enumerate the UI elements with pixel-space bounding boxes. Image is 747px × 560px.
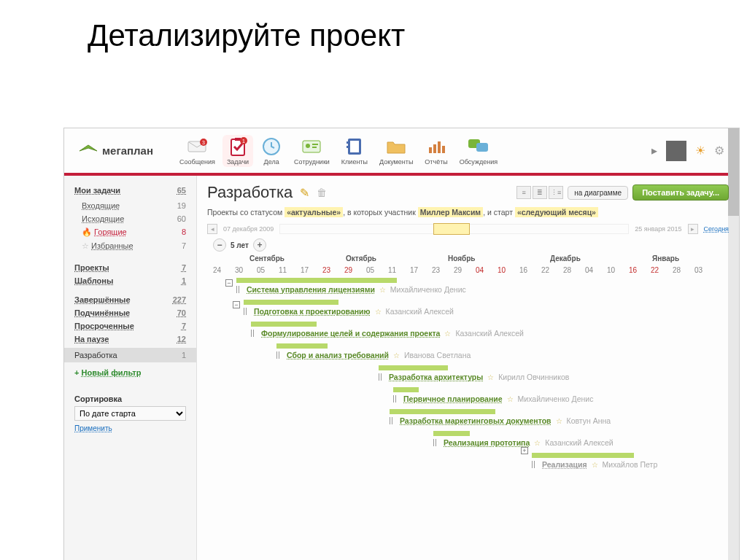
sidebar-paused[interactable]: На паузе12: [74, 335, 186, 343]
new-task-button[interactable]: Поставить задачу...: [632, 184, 729, 201]
task-title-link[interactable]: Система управления лицензиями: [247, 285, 375, 294]
gantt-bar[interactable]: [244, 300, 338, 305]
sidebar-outbox[interactable]: Исходящие60: [74, 212, 186, 225]
gantt-bar[interactable]: [393, 387, 419, 392]
star-icon[interactable]: ☆: [487, 373, 494, 381]
star-icon[interactable]: ☆: [592, 461, 598, 469]
star-icon[interactable]: ☆: [556, 417, 562, 425]
zoom-out-button[interactable]: −: [213, 238, 226, 252]
sort-select[interactable]: По дате старта: [74, 406, 186, 421]
expand-toggle[interactable]: −: [225, 279, 233, 287]
timeline-handle[interactable]: [433, 223, 470, 235]
calendar-header: СентябрьОктябрьНоябрьДекабрьЯнварь243005…: [207, 254, 729, 278]
gantt-task[interactable]: Реализация прототипа☆Казанский Алексей: [433, 438, 614, 447]
month-label: Сентябрь: [249, 254, 285, 262]
apply-link[interactable]: Применить: [74, 424, 112, 432]
sidebar-overdue[interactable]: Просроченные7: [74, 322, 186, 330]
trash-icon[interactable]: 🗑: [317, 187, 327, 198]
drag-handle-icon[interactable]: [433, 439, 439, 446]
expand-toggle[interactable]: +: [521, 447, 528, 454]
sidebar-dev-selected[interactable]: Разработка1: [64, 348, 196, 362]
sidebar-projects[interactable]: Проекты7: [74, 263, 186, 272]
gantt-task[interactable]: Разработка маркетинговых документов☆Ковт…: [390, 416, 611, 425]
topbar: мегаплан 3Сообщения 1Задачи Дела Сотрудн…: [64, 128, 739, 176]
pencil-icon[interactable]: ✎: [300, 186, 309, 200]
nav-clients[interactable]: Клиенты: [337, 135, 372, 167]
task-title-link[interactable]: Первичное планирование: [403, 394, 503, 403]
star-icon[interactable]: ☆: [444, 330, 451, 338]
view-compact-icon[interactable]: ≣: [533, 186, 547, 199]
sidebar-hot[interactable]: 🔥 Горящие8: [74, 225, 186, 239]
drag-handle-icon[interactable]: [379, 373, 384, 381]
drag-handle-icon[interactable]: [236, 286, 242, 293]
sort-label: Сортировка: [74, 394, 186, 403]
sidebar-templates[interactable]: Шаблоны1: [74, 276, 186, 285]
drag-handle-icon[interactable]: [390, 417, 395, 424]
gantt-task[interactable]: Реализация☆Михайлов Петр: [532, 460, 657, 469]
gantt-bar[interactable]: [276, 343, 328, 349]
star-icon[interactable]: ☆: [507, 395, 514, 403]
view-list-icon[interactable]: ≡: [516, 186, 531, 199]
star-icon[interactable]: ☆: [379, 286, 386, 294]
sidebar-done[interactable]: Завершённые227: [74, 295, 186, 304]
day-label: 22: [541, 266, 549, 274]
drag-handle-icon[interactable]: [393, 395, 399, 402]
drag-handle-icon[interactable]: [276, 351, 282, 359]
gantt-task[interactable]: Разработка архитектуры☆Кирилл Овчинников: [379, 373, 569, 381]
gantt-bar[interactable]: [251, 322, 317, 327]
timeline-prev[interactable]: ◂: [207, 224, 217, 234]
drag-handle-icon[interactable]: [251, 330, 257, 337]
gantt-task[interactable]: Сбор и анализ требований☆Иванова Светлан…: [276, 351, 471, 359]
gantt-task[interactable]: Подготовка к проектированию☆Казанский Ал…: [244, 307, 454, 316]
task-assignee: Казанский Алексей: [455, 329, 523, 338]
gantt-task[interactable]: Первичное планирование☆Михайличенко Дени…: [393, 394, 593, 403]
gantt-bar[interactable]: [532, 453, 634, 458]
sidebar-favorites[interactable]: ☆ Избранные7: [74, 239, 186, 253]
sun-icon[interactable]: ☀: [695, 144, 705, 158]
nav-messages[interactable]: 3Сообщения: [175, 135, 220, 167]
diagram-button[interactable]: на диаграмме: [568, 186, 628, 200]
nav-discussions[interactable]: Обсуждения: [455, 135, 502, 167]
view-tree-icon[interactable]: ⋮≡: [549, 186, 563, 199]
timeline-next[interactable]: ▸: [688, 224, 698, 234]
gantt-task[interactable]: Система управления лицензиями☆Михайличен…: [236, 285, 466, 294]
chevron-right-icon[interactable]: ▸: [651, 144, 657, 158]
avatar[interactable]: [666, 141, 686, 161]
day-label: 23: [432, 266, 440, 274]
task-title-link[interactable]: Сбор и анализ требований: [287, 351, 389, 359]
gantt-bar[interactable]: [379, 365, 448, 370]
task-title-link[interactable]: Формулирование целей и содержания проект…: [261, 329, 440, 338]
timeline-range[interactable]: [279, 224, 629, 234]
drag-handle-icon[interactable]: [532, 461, 538, 468]
nav-tasks[interactable]: 1Задачи: [222, 135, 253, 167]
task-title-link[interactable]: Разработка маркетинговых документов: [400, 416, 551, 425]
expand-toggle[interactable]: −: [233, 301, 240, 308]
new-filter-link[interactable]: Новый фильтр: [82, 368, 142, 377]
brand-logo[interactable]: мегаплан: [79, 144, 153, 158]
drag-handle-icon[interactable]: [244, 308, 249, 315]
star-icon[interactable]: ☆: [534, 439, 541, 447]
gantt-task[interactable]: Формулирование целей и содержания проект…: [251, 329, 524, 338]
task-assignee: Михайлов Петр: [603, 460, 658, 469]
today-link[interactable]: Сегодня: [704, 225, 729, 233]
sidebar-inbox[interactable]: Входящие19: [74, 199, 186, 212]
task-title-link[interactable]: Подготовка к проектированию: [254, 307, 371, 316]
gear-icon[interactable]: ⚙: [714, 144, 724, 158]
nav-employees[interactable]: Сотрудники: [290, 135, 334, 167]
zoom-in-button[interactable]: +: [253, 238, 266, 252]
task-title-link[interactable]: Реализация прототипа: [444, 438, 530, 447]
gantt-bar[interactable]: [390, 409, 495, 414]
task-title-link[interactable]: Разработка архитектуры: [389, 373, 483, 381]
task-title-link[interactable]: Реализация: [542, 460, 587, 469]
star-icon[interactable]: ☆: [375, 308, 382, 316]
gantt-bar[interactable]: [433, 431, 470, 436]
nav-affairs[interactable]: Дела: [256, 135, 287, 167]
sidebar-my-tasks[interactable]: Мои задачи65: [74, 186, 186, 195]
sidebar-subordinates[interactable]: Подчинённые70: [74, 308, 186, 317]
day-label: 29: [454, 266, 462, 274]
task-assignee: Михайличенко Денис: [518, 394, 594, 403]
nav-documents[interactable]: Документы: [375, 135, 417, 167]
star-icon[interactable]: ☆: [393, 351, 400, 359]
gantt-bar[interactable]: [236, 278, 397, 283]
nav-reports[interactable]: Отчёты: [420, 135, 452, 167]
